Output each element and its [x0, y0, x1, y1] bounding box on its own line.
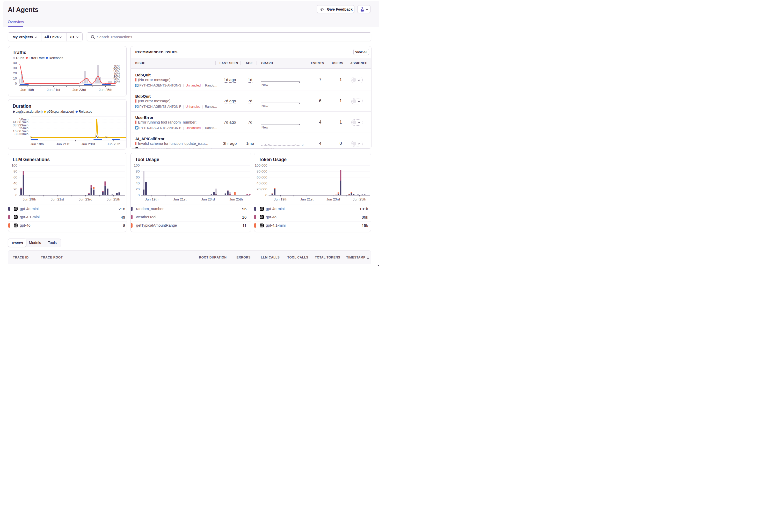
svg-text:10%: 10%: [113, 80, 120, 84]
svg-text:0: 0: [138, 193, 140, 197]
svg-text:80,000: 80,000: [257, 169, 267, 173]
svg-text:10: 10: [13, 76, 17, 80]
svg-text:Jun 19th: Jun 19th: [30, 142, 44, 146]
svg-text:Jun 25th: Jun 25th: [229, 197, 243, 201]
svg-text:Jun 23rd: Jun 23rd: [79, 197, 92, 201]
svg-text:Jun 23rd: Jun 23rd: [327, 197, 340, 201]
svg-text:Jun 25th: Jun 25th: [107, 142, 121, 146]
svg-text:Jun 19th: Jun 19th: [23, 197, 36, 201]
svg-text:Jun 19th: Jun 19th: [274, 197, 287, 201]
svg-text:Jun 25th: Jun 25th: [99, 88, 112, 92]
svg-text:30: 30: [13, 66, 17, 70]
svg-text:20: 20: [136, 187, 140, 191]
svg-text:Jun 23rd: Jun 23rd: [81, 142, 95, 146]
svg-text:80: 80: [136, 169, 140, 173]
svg-text:60: 60: [14, 175, 17, 179]
svg-text:0: 0: [15, 82, 17, 86]
svg-text:Jun 19th: Jun 19th: [20, 88, 34, 92]
svg-text:Jun 21st: Jun 21st: [51, 197, 64, 201]
svg-text:80: 80: [14, 169, 17, 173]
svg-text:Jun 21st: Jun 21st: [173, 197, 187, 201]
svg-text:0: 0: [15, 193, 17, 197]
svg-text:Jun 21st: Jun 21st: [47, 88, 60, 92]
svg-text:20,000: 20,000: [257, 187, 267, 191]
svg-text:40: 40: [14, 181, 17, 185]
svg-text:Jun 21st: Jun 21st: [56, 142, 69, 146]
svg-text:Jun 25th: Jun 25th: [353, 197, 366, 201]
svg-text:Jun 23rd: Jun 23rd: [73, 88, 86, 92]
svg-text:0: 0: [265, 193, 267, 197]
svg-text:100: 100: [134, 163, 140, 167]
svg-text:Jun 19th: Jun 19th: [145, 197, 158, 201]
svg-text:20: 20: [14, 187, 17, 191]
svg-text:20: 20: [13, 71, 17, 75]
svg-text:40,000: 40,000: [257, 181, 267, 185]
svg-text:40: 40: [13, 61, 17, 65]
svg-text:100,000: 100,000: [255, 163, 267, 167]
svg-text:100: 100: [12, 163, 17, 167]
svg-text:Jun 21st: Jun 21st: [300, 197, 314, 201]
svg-text:8.333min: 8.333min: [15, 132, 28, 136]
svg-text:40: 40: [136, 181, 140, 185]
svg-text:60,000: 60,000: [257, 175, 267, 179]
svg-text:60: 60: [136, 175, 140, 179]
svg-text:Jun 23rd: Jun 23rd: [201, 197, 215, 201]
svg-text:Jun 25th: Jun 25th: [107, 197, 120, 201]
